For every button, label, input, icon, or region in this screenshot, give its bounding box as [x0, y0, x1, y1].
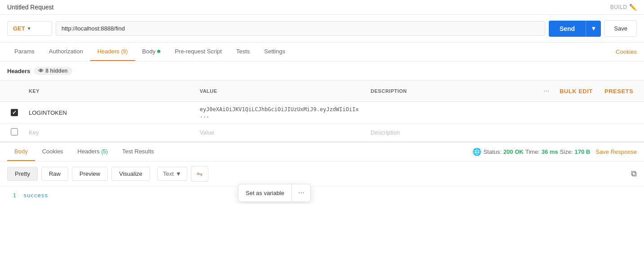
table-header-row: KEY VALUE DESCRIPTION ··· Bulk Edit Pres…: [0, 81, 644, 102]
presets-button[interactable]: Presets: [604, 88, 633, 95]
send-button-group: Send ▼: [549, 21, 601, 37]
col-bulk-edit: Bulk Edit: [556, 83, 601, 99]
send-dropdown-button[interactable]: ▼: [586, 21, 601, 37]
placeholder-dots: [538, 128, 556, 137]
response-tab-headers[interactable]: Headers (5): [71, 143, 115, 161]
response-toolbar: Pretty Raw Preview Visualize Text ▼ ⇋ ⧉: [0, 161, 644, 187]
row-value[interactable]: eyJ0eXAiOiJKV1QiLCJhbGciOiJIUzUxMiJ9.eyJ…: [196, 102, 367, 123]
save-button[interactable]: Save: [604, 20, 637, 37]
row-extra1: [556, 108, 601, 117]
tab-headers-badge: (9): [121, 48, 128, 55]
text-format-value: Text: [163, 170, 174, 177]
url-bar: GET ▼ Send ▼ Save: [0, 15, 644, 43]
placeholder-extra2: [601, 128, 637, 137]
text-format-dropdown[interactable]: Text ▼: [157, 167, 187, 181]
tab-headers-label: Headers: [97, 48, 119, 55]
hidden-count: 8 hidden: [45, 68, 67, 74]
save-response-button[interactable]: Save Response: [595, 148, 637, 155]
placeholder-extra1: [556, 128, 601, 137]
row-checkbox[interactable]: ✓: [11, 109, 18, 116]
placeholder-description[interactable]: Description: [367, 125, 538, 140]
tab-tests[interactable]: Tests: [229, 43, 257, 61]
response-section: Body Cookies Headers (5) Test Results 🌐 …: [0, 142, 644, 204]
format-raw-button[interactable]: Raw: [41, 167, 68, 181]
response-meta: 🌐 Status: 200 OK Time: 36 ms Size: 170 B…: [471, 148, 637, 156]
response-tabs: Body Cookies Headers (5) Test Results 🌐 …: [0, 143, 644, 161]
tab-params-label: Params: [14, 48, 35, 55]
response-tab-body-label: Body: [14, 148, 28, 155]
col-value: VALUE: [196, 84, 367, 98]
response-tab-test-results[interactable]: Test Results: [115, 143, 161, 161]
col-description: DESCRIPTION: [367, 84, 538, 98]
row-checkbox-cell[interactable]: ✓: [7, 104, 25, 121]
bulk-edit-button[interactable]: Bulk Edit: [560, 88, 593, 95]
tab-tests-label: Tests: [236, 48, 250, 55]
format-pretty-button[interactable]: Pretty: [7, 167, 38, 181]
eye-icon: 👁: [38, 68, 44, 74]
headers-section: Headers 👁 8 hidden: [0, 61, 644, 81]
response-tab-body[interactable]: Body: [7, 143, 35, 161]
build-button[interactable]: BUILD ✏️: [610, 4, 637, 11]
row-extra2: [601, 108, 637, 117]
time-value: 36 ms: [542, 148, 558, 155]
size-label: Size:: [560, 148, 573, 155]
placeholder-check[interactable]: [7, 124, 25, 141]
format-visualize-button[interactable]: Visualize: [111, 167, 150, 181]
col-key: KEY: [25, 84, 196, 98]
chevron-down-icon: ▼: [176, 170, 181, 177]
page-title: Untitled Request: [7, 4, 54, 11]
copy-button[interactable]: ⧉: [631, 169, 637, 178]
tab-body[interactable]: Body: [135, 43, 168, 61]
word-wrap-button[interactable]: ⇋: [191, 166, 208, 182]
placeholder-key[interactable]: Key: [25, 125, 196, 140]
format-preview-button[interactable]: Preview: [72, 167, 108, 181]
tab-settings-label: Settings: [264, 48, 285, 55]
headers-title: Headers: [7, 68, 30, 74]
headers-label: Headers 👁 8 hidden: [7, 67, 637, 75]
time-label: Time:: [525, 148, 540, 155]
method-selector[interactable]: GET ▼: [7, 21, 52, 36]
response-headers-badge: (5): [101, 148, 108, 155]
tab-pre-request-label: Pre-request Script: [175, 48, 222, 55]
status-label: Status:: [483, 148, 501, 155]
body-dot-indicator: [157, 50, 160, 53]
tab-settings[interactable]: Settings: [257, 43, 292, 61]
request-tabs: Params Authorization Headers (9) Body Pr…: [0, 43, 644, 61]
tab-params[interactable]: Params: [7, 43, 42, 61]
placeholder-checkbox[interactable]: [11, 128, 18, 135]
col-dots: ···: [538, 81, 556, 101]
tab-authorization[interactable]: Authorization: [42, 43, 90, 61]
tab-headers[interactable]: Headers (9): [90, 43, 135, 61]
placeholder-value[interactable]: Value: [196, 125, 367, 140]
check-icon: ✓: [12, 109, 17, 116]
row-description[interactable]: [367, 108, 538, 117]
status-value: 200 OK: [503, 148, 524, 155]
row-dots-cell: [538, 108, 556, 117]
row-key[interactable]: LOGINTOKEN: [25, 105, 196, 121]
response-tab-cookies-label: Cookies: [42, 148, 63, 155]
line-content-1: success: [23, 192, 48, 199]
method-value: GET: [13, 25, 25, 32]
url-input[interactable]: [56, 21, 545, 36]
hidden-headers-badge[interactable]: 👁 8 hidden: [34, 67, 72, 75]
send-button[interactable]: Send: [549, 21, 586, 37]
tab-cookies[interactable]: Cookies: [616, 43, 637, 61]
headers-table: KEY VALUE DESCRIPTION ··· Bulk Edit Pres…: [0, 81, 644, 142]
table-placeholder-row: Key Value Description: [0, 124, 644, 142]
table-options-button[interactable]: ···: [542, 85, 551, 97]
response-tab-cookies[interactable]: Cookies: [35, 143, 71, 161]
globe-icon[interactable]: 🌐: [472, 148, 481, 156]
line-number-1: 1: [7, 192, 16, 199]
build-label: BUILD: [610, 4, 627, 10]
set-as-variable-button[interactable]: Set as variable: [238, 185, 291, 201]
table-row: ✓ LOGINTOKEN eyJ0eXAiOiJKV1QiLCJhbGciOiJ…: [0, 102, 644, 124]
chevron-down-icon: ▼: [27, 26, 31, 31]
context-popup: Set as variable ···: [238, 184, 311, 202]
tab-pre-request[interactable]: Pre-request Script: [168, 43, 229, 61]
title-bar: Untitled Request BUILD ✏️: [0, 0, 644, 15]
popup-more-button[interactable]: ···: [292, 184, 310, 201]
response-body: 1 success: [0, 187, 644, 204]
response-tab-test-results-label: Test Results: [122, 148, 154, 155]
col-check: [7, 87, 25, 96]
tab-authorization-label: Authorization: [49, 48, 83, 55]
